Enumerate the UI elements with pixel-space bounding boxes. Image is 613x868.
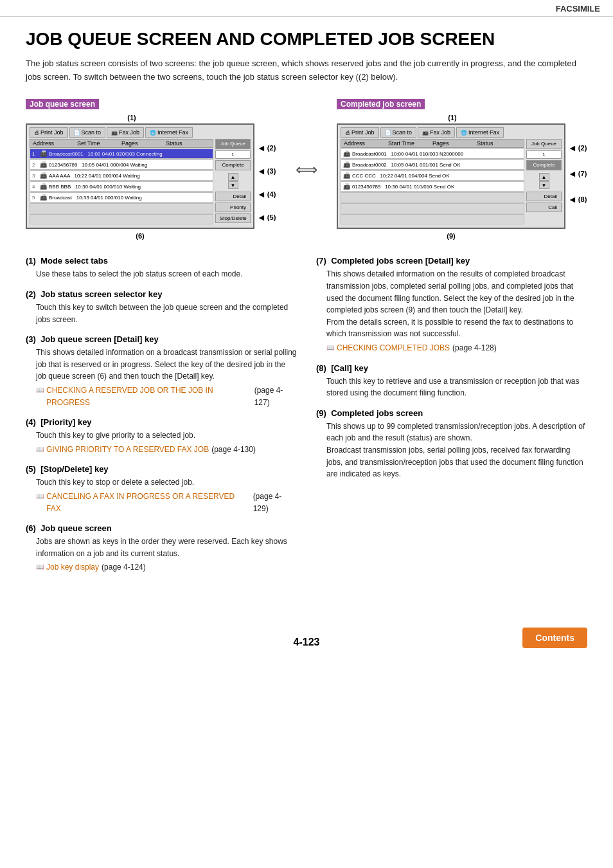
desc-title-2: (2) Job status screen selector key xyxy=(26,289,297,299)
book-icon-5: 📖 xyxy=(36,491,44,502)
left-up-arrow[interactable]: ▲ xyxy=(228,173,238,181)
book-icon-4: 📖 xyxy=(36,444,44,455)
between-arrow: ⟺ xyxy=(289,161,324,179)
link-ref-3[interactable]: 📖 CHECKING A RESERVED JOB OR THE JOB IN … xyxy=(36,384,297,408)
contents-button[interactable]: Contents xyxy=(522,628,587,648)
tab-internet-fax-right[interactable]: 🌐 Internet Fax xyxy=(456,127,504,138)
desc-body-5: Touch this key to stop or delete a selec… xyxy=(26,476,297,514)
left-main-area: Address Set Time Pages Status 1 📠 Broadc xyxy=(30,139,213,225)
desc-col-right: (7) Completed jobs screen [Detail] key T… xyxy=(316,256,587,583)
right-row-3[interactable]: 📠 CCC CCC 10:22 04/01 004/004 Send OK xyxy=(341,170,524,181)
desc-body-9: This shows up to 99 completed transmissi… xyxy=(316,420,587,480)
left-annot-4: ◄ (4) xyxy=(257,189,276,199)
right-screen-mock: 🖨 Print Job 📄 Scan to 📠 Fax Job xyxy=(337,123,565,240)
left-row-5[interactable]: 5 📠 Broadcast 10:33 04/01 000/010 Waitin… xyxy=(30,192,213,203)
tab-scan-left[interactable]: 📄 Scan to xyxy=(69,127,106,138)
right-annot-7: ◄ (7) xyxy=(568,168,587,179)
right-table-header: Address Start Time Pages Status xyxy=(341,139,524,148)
link-ref-5[interactable]: 📖 CANCELING A FAX IN PROGRESS OR A RESER… xyxy=(36,491,297,514)
left-stop-delete-btn[interactable]: Stop/Delete xyxy=(215,213,251,223)
desc-title-1: (1) Mode select tabs xyxy=(26,256,297,266)
left-priority-btn[interactable]: Priority xyxy=(215,203,251,212)
left-annotations: ◄ (2) ◄ (3) ◄ (4) ◄ (5) xyxy=(257,123,276,222)
header-title: FACSIMILE xyxy=(556,4,600,14)
link-text-3[interactable]: CHECKING A RESERVED JOB OR THE JOB IN PR… xyxy=(46,384,252,408)
desc-body-7: This shows detailed information on the r… xyxy=(316,268,587,354)
left-annot-1: (1) xyxy=(127,114,136,122)
left-tabs: 🖨 Print Job 📄 Scan to 📠 Fax Job xyxy=(30,127,251,138)
left-detail-btn[interactable]: Detail xyxy=(215,192,251,201)
desc-body-2: Touch this key to switch between the job… xyxy=(26,302,297,325)
desc-title-3: (3) Job queue screen [Detail] key xyxy=(26,334,297,344)
right-call-btn[interactable]: Call xyxy=(526,203,562,212)
right-annot-2: ◄ (2) xyxy=(568,143,587,153)
link-ref-7[interactable]: 📖 CHECKING COMPLETED JOBS (page 4-128) xyxy=(326,342,587,354)
tab-print-job-right[interactable]: 🖨 Print Job xyxy=(341,127,379,138)
tab-fax-left[interactable]: 📠 Fax Job xyxy=(107,127,144,138)
link-text-6[interactable]: Job key display xyxy=(46,561,99,574)
desc-item-7: (7) Completed jobs screen [Detail] key T… xyxy=(316,256,587,354)
left-right-panel: Job Queue 1 Complete ▲ ▼ Detail Priority xyxy=(215,139,251,225)
link-text-7[interactable]: CHECKING COMPLETED JOBS xyxy=(337,342,450,354)
right-bottom-btns: Detail Call xyxy=(526,192,562,212)
left-row-1[interactable]: 1 📠 Broadcast0001 10:00 04/01 020/003 Co… xyxy=(30,149,213,159)
left-screen-label-text: Job queue screen xyxy=(26,99,99,109)
right-down-arrow[interactable]: ▼ xyxy=(539,181,549,189)
right-nav-arrows: ▲ ▼ xyxy=(526,173,562,189)
left-counter: 1 xyxy=(215,150,251,159)
intro-text: The job status screen consists of two sc… xyxy=(26,57,587,84)
right-row-4[interactable]: 📠 0123456789 10:30 04/01 010/010 Send OK xyxy=(341,181,524,192)
left-annot-2: ◄ (2) xyxy=(257,143,276,153)
desc-title-7: (7) Completed jobs screen [Detail] key xyxy=(316,256,587,266)
right-annot-1: (1) xyxy=(448,114,456,122)
page-footer: 4-123 Contents xyxy=(0,621,613,655)
tab-scan-right[interactable]: 📄 Scan to xyxy=(380,127,417,138)
right-annot-8: ◄ (8) xyxy=(568,194,587,204)
left-row-2[interactable]: 2 📠 0123456789 10:05 04/01 000/004 Waiti… xyxy=(30,159,213,170)
right-complete-btn[interactable]: Complete xyxy=(526,160,562,170)
left-screen-inner: Address Set Time Pages Status 1 📠 Broadc xyxy=(30,139,251,225)
left-row-3[interactable]: 3 📠 AAA AAA 10:22 04/01 000/004 Waiting xyxy=(30,170,213,181)
left-job-queue-btn[interactable]: Job Queue xyxy=(215,139,251,149)
left-annot-6: (6) xyxy=(136,232,144,240)
right-up-arrow[interactable]: ▲ xyxy=(539,173,549,181)
right-screen-section: Completed job screen (1) 🖨 Print Job xyxy=(337,99,587,240)
left-row-empty2 xyxy=(30,214,213,224)
right-screen-inner: Address Start Time Pages Status 📠 Broadc… xyxy=(341,139,562,225)
desc-title-9: (9) Completed jobs screen xyxy=(316,408,587,418)
left-down-arrow[interactable]: ▼ xyxy=(228,181,238,189)
right-row-2[interactable]: 📠 Broadcast0002 10:05 04/01 001/001 Send… xyxy=(341,159,524,170)
left-mock-area: 🖨 Print Job 📄 Scan to 📠 Fax Job xyxy=(26,123,254,229)
page-title: JOB QUEUE SCREEN AND COMPLETED JOB SCREE… xyxy=(26,30,587,50)
tab-internet-fax-left[interactable]: 🌐 Internet Fax xyxy=(145,127,193,138)
right-row-empty3 xyxy=(341,214,524,224)
desc-item-3: (3) Job queue screen [Detail] key This s… xyxy=(26,334,297,408)
right-job-queue-btn[interactable]: Job Queue xyxy=(526,139,562,149)
right-detail-btn[interactable]: Detail xyxy=(526,192,562,201)
screens-container: Job queue screen (1) 🖨 Print Job xyxy=(26,99,587,240)
page-number: 4-123 xyxy=(213,637,400,648)
right-row-empty1 xyxy=(341,192,524,203)
book-icon-3: 📖 xyxy=(36,385,44,395)
tab-fax-right[interactable]: 📠 Fax Job xyxy=(418,127,455,138)
tab-print-job-left[interactable]: 🖨 Print Job xyxy=(30,127,68,138)
desc-body-3: This shows detailed information on a bro… xyxy=(26,347,297,408)
link-ref-6[interactable]: 📖 Job key display (page 4-124) xyxy=(36,561,297,574)
right-row-1[interactable]: 📠 Broadcast0001 10:00 04/01 010/003 N200… xyxy=(341,149,524,159)
right-right-panel: Job Queue 1 Complete ▲ ▼ Detail Call xyxy=(526,139,562,225)
link-text-4[interactable]: GIVING PRIORITY TO A RESERVED FAX JOB xyxy=(46,444,209,456)
left-complete-btn[interactable]: Complete xyxy=(215,160,251,170)
left-nav-arrows: ▲ ▼ xyxy=(215,173,251,189)
header-bar: FACSIMILE xyxy=(0,0,613,17)
link-text-5[interactable]: CANCELING A FAX IN PROGRESS OR A RESERVE… xyxy=(46,491,251,514)
left-row-4[interactable]: 4 📠 BBB BBB 10:30 04/01 000/010 Waiting xyxy=(30,181,213,192)
right-counter: 1 xyxy=(526,150,562,159)
desc-item-1: (1) Mode select tabs Use these tabs to s… xyxy=(26,256,297,280)
right-screen-label: Completed job screen xyxy=(337,99,587,109)
link-ref-4[interactable]: 📖 GIVING PRIORITY TO A RESERVED FAX JOB … xyxy=(36,444,297,456)
desc-item-8: (8) [Call] key Touch this key to retriev… xyxy=(316,363,587,399)
desc-item-4: (4) [Priority] key Touch this key to giv… xyxy=(26,417,297,455)
right-screen-label-text: Completed job screen xyxy=(337,99,425,109)
book-icon-6: 📖 xyxy=(36,562,44,572)
desc-item-5: (5) [Stop/Delete] key Touch this key to … xyxy=(26,464,297,514)
